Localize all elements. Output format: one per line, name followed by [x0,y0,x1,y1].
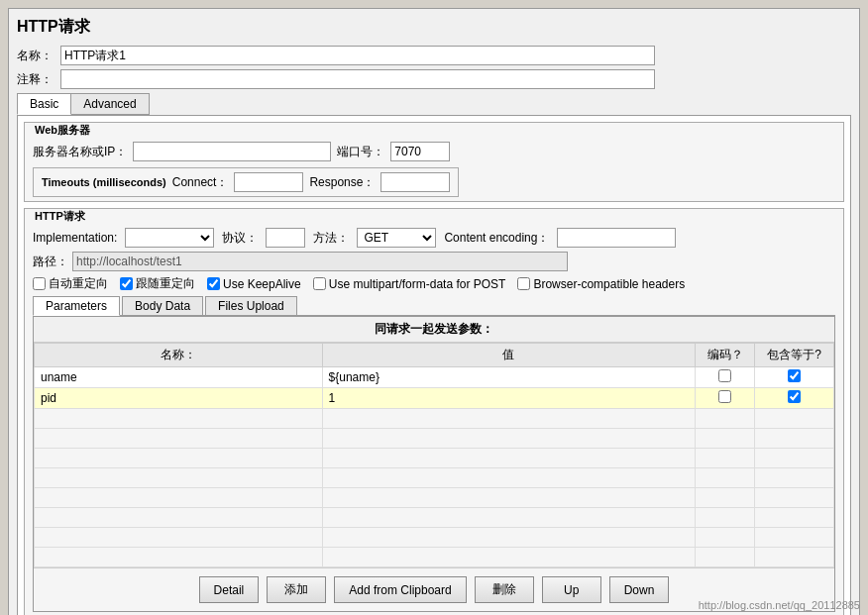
table-row [35,528,834,548]
impl-row: Implementation: 协议： 方法： GET POST PUT [33,228,835,248]
col-encode-header: 编码？ [696,344,755,367]
server-input[interactable] [133,142,331,161]
encoding-input[interactable] [557,228,676,248]
table-row [35,508,834,528]
impl-select-wrap [125,228,214,248]
auto-redirect-checkbox[interactable] [33,277,46,290]
port-input[interactable] [390,142,450,161]
keepalive-item: Use KeepAlive [207,277,301,291]
name-row: 名称： [17,46,851,65]
params-table: 名称： 值 编码？ 包含等于? uname${uname}pid1 [34,343,834,567]
tab-files-upload[interactable]: Files Upload [205,296,297,315]
param-include-cell [755,388,834,409]
comment-row: 注释： [17,69,851,89]
connect-input[interactable] [234,172,303,192]
main-tabs: BasicAdvanced [17,93,851,115]
path-label: 路径： [33,254,68,270]
method-label: 方法： [313,230,349,247]
keepalive-checkbox[interactable] [207,277,220,290]
encode-checkbox[interactable] [718,390,731,403]
impl-select[interactable] [125,228,214,248]
param-include-cell [755,367,834,388]
follow-redirect-label: 跟随重定向 [136,275,195,292]
tab-advanced[interactable]: Advanced [70,93,149,115]
table-row [35,449,834,468]
main-container: HTTP请求 名称： 注释： BasicAdvanced Web服务器 服务器名… [8,8,860,615]
detail-button[interactable]: Detail [199,576,260,603]
param-value-cell: ${uname} [322,367,695,388]
comment-input[interactable] [60,69,655,89]
params-title: 同请求一起发送参数： [34,317,834,343]
webserver-legend: Web服务器 [31,123,94,138]
param-name-cell: pid [35,388,323,409]
connect-label: Connect： [172,174,229,191]
watermark: http://blog.csdn.net/qq_20112885 [699,599,860,611]
http-section-content: Implementation: 协议： 方法： GET POST PUT [25,224,843,615]
table-row [35,468,834,488]
browser-headers-checkbox[interactable] [517,277,530,290]
tab-parameters[interactable]: Parameters [33,296,120,316]
webserver-content: 服务器名称或IP： 端口号： Timeouts (milliseconds) C… [25,138,843,201]
param-value-cell: 1 [322,388,695,409]
table-row: pid1 [35,388,834,409]
col-name-header: 名称： [35,344,323,367]
multipart-item: Use multipart/form-data for POST [313,277,506,291]
include-equals-checkbox[interactable] [788,369,801,382]
webserver-section: Web服务器 服务器名称或IP： 端口号： Timeouts (millisec… [24,122,844,202]
table-row [35,548,834,567]
col-value-header: 值 [322,344,695,367]
delete-button[interactable]: 删除 [475,576,534,603]
follow-redirect-checkbox[interactable] [120,277,133,290]
method-select-wrap: GET POST PUT DELETE [357,228,436,248]
method-select[interactable]: GET POST PUT DELETE [357,228,436,248]
name-label: 名称： [17,48,56,64]
encode-checkbox[interactable] [718,369,731,382]
timeouts-box: Timeouts (milliseconds) Connect： Respons… [33,167,459,197]
param-encode-cell [696,388,755,409]
response-label: Response： [309,174,375,191]
impl-label: Implementation: [33,231,117,245]
table-row: uname${uname} [35,367,834,388]
http-request-section: HTTP请求 Implementation: 协议： 方法： [24,208,844,615]
port-label: 端口号： [337,144,384,160]
protocol-label: 协议： [222,230,258,247]
inner-tabs: Parameters Body Data Files Upload [33,296,835,316]
col-include-header: 包含等于? [755,344,834,367]
params-panel: 同请求一起发送参数： 名称： 值 编码？ 包含等于? uname${uname}… [33,316,835,612]
tab-body-data[interactable]: Body Data [122,296,203,315]
checkboxes-row: 自动重定向 跟随重定向 Use KeepAlive Use multipart/… [33,275,835,292]
multipart-checkbox[interactable] [313,277,326,290]
browser-headers-label: Browser-compatible headers [533,277,685,291]
multipart-label: Use multipart/form-data for POST [329,277,506,291]
protocol-input[interactable] [266,228,305,248]
param-name-cell: uname [35,367,323,388]
up-button[interactable]: Up [542,576,601,603]
include-equals-checkbox[interactable] [788,390,801,403]
add-clipboard-button[interactable]: Add from Clipboard [334,576,466,603]
param-encode-cell [696,367,755,388]
name-input[interactable] [60,46,655,65]
keepalive-label: Use KeepAlive [223,277,301,291]
tab-basic[interactable]: Basic [17,93,71,115]
comment-label: 注释： [17,71,56,88]
add-button[interactable]: 添加 [267,576,326,603]
response-input[interactable] [380,172,450,192]
table-row [35,488,834,508]
auto-redirect-label: 自动重定向 [49,275,108,292]
auto-redirect-item: 自动重定向 [33,275,108,292]
down-button[interactable]: Down [609,576,670,603]
http-section-legend: HTTP请求 [31,209,89,224]
page-title: HTTP请求 [17,17,851,38]
path-row: 路径： [33,252,835,271]
table-row [35,429,834,449]
content-panel: Web服务器 服务器名称或IP： 端口号： Timeouts (millisec… [17,115,851,615]
path-input[interactable] [72,252,568,271]
follow-redirect-item: 跟随重定向 [120,275,195,292]
encoding-label: Content encoding： [444,230,549,247]
table-row [35,409,834,429]
server-label: 服务器名称或IP： [33,144,127,160]
timeouts-legend: Timeouts (milliseconds) [42,176,166,188]
webserver-row: 服务器名称或IP： 端口号： Timeouts (milliseconds) C… [33,142,835,197]
browser-headers-item: Browser-compatible headers [517,277,685,291]
